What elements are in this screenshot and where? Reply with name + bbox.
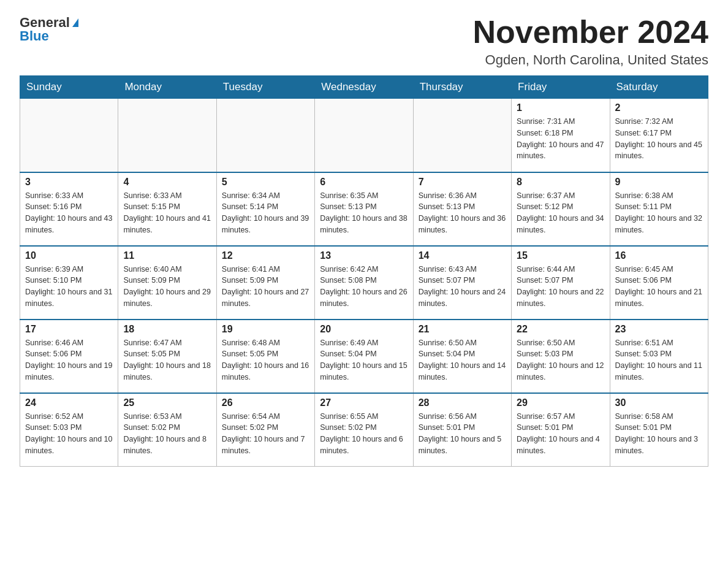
day-info: Sunrise: 6:36 AM Sunset: 5:13 PM Dayligh… — [419, 190, 506, 236]
calendar-day-cell — [118, 99, 216, 172]
day-info: Sunrise: 6:57 AM Sunset: 5:01 PM Dayligh… — [517, 411, 604, 457]
day-number: 8 — [517, 177, 604, 188]
calendar-day-cell: 30Sunrise: 6:58 AM Sunset: 5:01 PM Dayli… — [610, 393, 708, 467]
calendar-day-cell: 25Sunrise: 6:53 AM Sunset: 5:02 PM Dayli… — [118, 393, 216, 467]
day-number: 1 — [517, 102, 604, 113]
day-info: Sunrise: 6:51 AM Sunset: 5:03 PM Dayligh… — [615, 337, 703, 383]
day-info: Sunrise: 6:53 AM Sunset: 5:02 PM Dayligh… — [123, 411, 211, 457]
calendar-day-cell: 21Sunrise: 6:50 AM Sunset: 5:04 PM Dayli… — [413, 320, 511, 393]
day-info: Sunrise: 6:35 AM Sunset: 5:13 PM Dayligh… — [320, 190, 408, 236]
calendar-day-cell: 13Sunrise: 6:42 AM Sunset: 5:08 PM Dayli… — [315, 246, 413, 320]
calendar-day-cell: 27Sunrise: 6:55 AM Sunset: 5:02 PM Dayli… — [315, 393, 413, 467]
calendar-day-cell: 17Sunrise: 6:46 AM Sunset: 5:06 PM Dayli… — [20, 320, 118, 393]
day-info: Sunrise: 6:33 AM Sunset: 5:16 PM Dayligh… — [25, 190, 113, 236]
calendar-day-cell — [315, 99, 413, 172]
day-number: 5 — [222, 177, 309, 188]
day-number: 16 — [615, 250, 703, 261]
calendar-day-cell: 22Sunrise: 6:50 AM Sunset: 5:03 PM Dayli… — [512, 320, 610, 393]
day-number: 4 — [123, 177, 211, 188]
day-number: 9 — [615, 177, 703, 188]
day-number: 28 — [419, 397, 506, 408]
day-of-week-header: Wednesday — [315, 76, 413, 99]
day-info: Sunrise: 6:41 AM Sunset: 5:09 PM Dayligh… — [222, 264, 309, 310]
day-number: 25 — [123, 397, 211, 408]
day-info: Sunrise: 6:46 AM Sunset: 5:06 PM Dayligh… — [25, 337, 113, 383]
title-area: November 2024 Ogden, North Carolina, Uni… — [473, 15, 708, 68]
day-number: 20 — [320, 324, 408, 335]
day-number: 15 — [517, 250, 604, 261]
day-info: Sunrise: 6:42 AM Sunset: 5:08 PM Dayligh… — [320, 264, 408, 310]
day-number: 24 — [25, 397, 113, 408]
calendar-day-cell — [216, 99, 314, 172]
day-number: 30 — [615, 397, 703, 408]
day-info: Sunrise: 6:39 AM Sunset: 5:10 PM Dayligh… — [25, 264, 113, 310]
day-info: Sunrise: 6:52 AM Sunset: 5:03 PM Dayligh… — [25, 411, 113, 457]
day-info: Sunrise: 6:56 AM Sunset: 5:01 PM Dayligh… — [419, 411, 506, 457]
calendar-day-cell: 24Sunrise: 6:52 AM Sunset: 5:03 PM Dayli… — [20, 393, 118, 467]
day-info: Sunrise: 6:44 AM Sunset: 5:07 PM Dayligh… — [517, 264, 604, 310]
calendar-week-row: 17Sunrise: 6:46 AM Sunset: 5:06 PM Dayli… — [20, 320, 708, 393]
day-info: Sunrise: 6:58 AM Sunset: 5:01 PM Dayligh… — [615, 411, 703, 457]
day-of-week-header: Friday — [512, 76, 610, 99]
calendar-day-cell: 4Sunrise: 6:33 AM Sunset: 5:15 PM Daylig… — [118, 172, 216, 246]
calendar-week-row: 10Sunrise: 6:39 AM Sunset: 5:10 PM Dayli… — [20, 246, 708, 320]
day-number: 6 — [320, 177, 408, 188]
calendar-day-cell: 3Sunrise: 6:33 AM Sunset: 5:16 PM Daylig… — [20, 172, 118, 246]
day-info: Sunrise: 6:38 AM Sunset: 5:11 PM Dayligh… — [615, 190, 703, 236]
day-number: 27 — [320, 397, 408, 408]
calendar-day-cell — [20, 99, 118, 172]
day-info: Sunrise: 6:49 AM Sunset: 5:04 PM Dayligh… — [320, 337, 408, 383]
logo-triangle-icon — [72, 18, 78, 27]
day-info: Sunrise: 6:48 AM Sunset: 5:05 PM Dayligh… — [222, 337, 309, 383]
calendar-day-cell: 11Sunrise: 6:40 AM Sunset: 5:09 PM Dayli… — [118, 246, 216, 320]
day-of-week-header: Sunday — [20, 76, 118, 99]
calendar-day-cell: 8Sunrise: 6:37 AM Sunset: 5:12 PM Daylig… — [512, 172, 610, 246]
calendar-day-cell: 26Sunrise: 6:54 AM Sunset: 5:02 PM Dayli… — [216, 393, 314, 467]
calendar-day-cell: 6Sunrise: 6:35 AM Sunset: 5:13 PM Daylig… — [315, 172, 413, 246]
calendar-subtitle: Ogden, North Carolina, United States — [473, 52, 708, 68]
calendar-day-cell: 19Sunrise: 6:48 AM Sunset: 5:05 PM Dayli… — [216, 320, 314, 393]
day-number: 13 — [320, 250, 408, 261]
calendar-day-cell: 15Sunrise: 6:44 AM Sunset: 5:07 PM Dayli… — [512, 246, 610, 320]
day-of-week-header: Monday — [118, 76, 216, 99]
day-of-week-header: Saturday — [610, 76, 708, 99]
day-number: 21 — [419, 324, 506, 335]
day-number: 11 — [123, 250, 211, 261]
day-number: 29 — [517, 397, 604, 408]
day-number: 26 — [222, 397, 309, 408]
day-number: 17 — [25, 324, 113, 335]
day-of-week-header: Thursday — [413, 76, 511, 99]
day-info: Sunrise: 6:50 AM Sunset: 5:03 PM Dayligh… — [517, 337, 604, 383]
day-number: 22 — [517, 324, 604, 335]
day-info: Sunrise: 6:43 AM Sunset: 5:07 PM Dayligh… — [419, 264, 506, 310]
day-number: 10 — [25, 250, 113, 261]
day-number: 12 — [222, 250, 309, 261]
calendar-day-cell: 28Sunrise: 6:56 AM Sunset: 5:01 PM Dayli… — [413, 393, 511, 467]
calendar-day-cell: 16Sunrise: 6:45 AM Sunset: 5:06 PM Dayli… — [610, 246, 708, 320]
day-info: Sunrise: 7:32 AM Sunset: 6:17 PM Dayligh… — [615, 116, 703, 162]
calendar-day-cell: 14Sunrise: 6:43 AM Sunset: 5:07 PM Dayli… — [413, 246, 511, 320]
day-info: Sunrise: 6:37 AM Sunset: 5:12 PM Dayligh… — [517, 190, 604, 236]
calendar-day-cell: 5Sunrise: 6:34 AM Sunset: 5:14 PM Daylig… — [216, 172, 314, 246]
calendar-week-row: 1Sunrise: 7:31 AM Sunset: 6:18 PM Daylig… — [20, 99, 708, 172]
day-info: Sunrise: 6:33 AM Sunset: 5:15 PM Dayligh… — [123, 190, 211, 236]
day-info: Sunrise: 6:47 AM Sunset: 5:05 PM Dayligh… — [123, 337, 211, 383]
day-info: Sunrise: 6:54 AM Sunset: 5:02 PM Dayligh… — [222, 411, 309, 457]
day-info: Sunrise: 6:45 AM Sunset: 5:06 PM Dayligh… — [615, 264, 703, 310]
calendar-week-row: 24Sunrise: 6:52 AM Sunset: 5:03 PM Dayli… — [20, 393, 708, 467]
day-of-week-header: Tuesday — [216, 76, 314, 99]
calendar-day-cell: 23Sunrise: 6:51 AM Sunset: 5:03 PM Dayli… — [610, 320, 708, 393]
day-number: 3 — [25, 177, 113, 188]
calendar-week-row: 3Sunrise: 6:33 AM Sunset: 5:16 PM Daylig… — [20, 172, 708, 246]
logo-blue-text: Blue — [20, 28, 49, 44]
day-info: Sunrise: 6:50 AM Sunset: 5:04 PM Dayligh… — [419, 337, 506, 383]
calendar-day-cell — [413, 99, 511, 172]
day-info: Sunrise: 6:55 AM Sunset: 5:02 PM Dayligh… — [320, 411, 408, 457]
calendar-day-cell: 29Sunrise: 6:57 AM Sunset: 5:01 PM Dayli… — [512, 393, 610, 467]
calendar-day-cell: 20Sunrise: 6:49 AM Sunset: 5:04 PM Dayli… — [315, 320, 413, 393]
page-header: General Blue November 2024 Ogden, North … — [20, 15, 708, 68]
calendar-title: November 2024 — [473, 15, 708, 50]
calendar-day-cell: 12Sunrise: 6:41 AM Sunset: 5:09 PM Dayli… — [216, 246, 314, 320]
day-info: Sunrise: 6:40 AM Sunset: 5:09 PM Dayligh… — [123, 264, 211, 310]
calendar-header-row: SundayMondayTuesdayWednesdayThursdayFrid… — [20, 76, 708, 99]
